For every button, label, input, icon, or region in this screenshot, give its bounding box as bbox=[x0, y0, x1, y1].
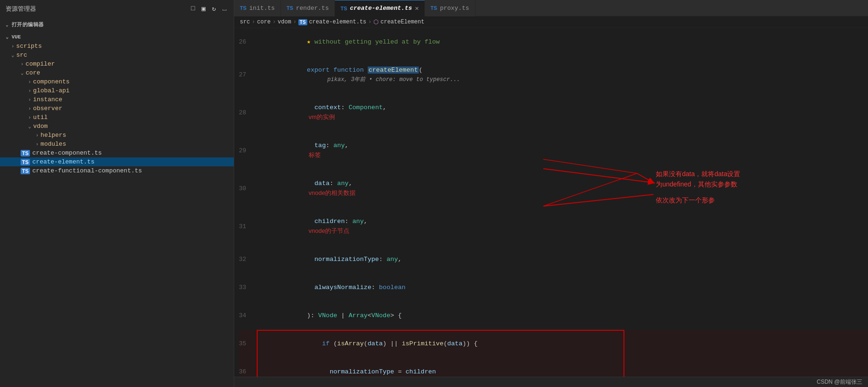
breadcrumb-src: src bbox=[240, 19, 250, 25]
ts-icon: TS bbox=[21, 159, 30, 165]
chevron-down-icon: ⌄ bbox=[21, 70, 24, 76]
sidebar-header-icons: □ ▣ ↻ ⎵ bbox=[189, 4, 228, 14]
chevron-right-icon: › bbox=[28, 115, 31, 120]
sidebar-item-create-element[interactable]: TS create-element.ts bbox=[0, 157, 234, 166]
new-folder-icon[interactable]: ▣ bbox=[200, 4, 207, 14]
breadcrumb-sep: › bbox=[368, 19, 371, 25]
breadcrumb: src › core › vdom › TS create-element.ts… bbox=[234, 16, 868, 28]
chevron-down-icon: ⌄ bbox=[11, 52, 15, 58]
sidebar-title: 资源管理器 bbox=[6, 5, 36, 13]
sidebar-header: 资源管理器 □ ▣ ↻ ⎵ bbox=[0, 0, 234, 17]
ts-icon: TS bbox=[21, 168, 30, 174]
code-line-36: 36 normalizationType = children bbox=[239, 358, 868, 377]
code-line-33: 33 alwaysNormalize: boolean bbox=[239, 274, 868, 302]
tab-label-render: render.ts bbox=[296, 5, 329, 12]
chevron-right-icon: › bbox=[36, 133, 39, 138]
sidebar-item-scripts[interactable]: › scripts bbox=[0, 42, 234, 51]
code-line-27: 27 export function createElement( pikax,… bbox=[239, 56, 868, 94]
chevron-right-icon: › bbox=[28, 106, 31, 112]
breadcrumb-file: create-element.ts bbox=[309, 19, 366, 25]
tab-create-element[interactable]: TS create-element.ts ✕ bbox=[335, 0, 425, 16]
chevron-down-icon: ⌄ bbox=[6, 34, 9, 40]
ts-badge: TS bbox=[240, 5, 246, 11]
tab-label-init: init.ts bbox=[249, 5, 275, 12]
code-line-34: 34 ): VNode | Array<VNode> { bbox=[239, 302, 868, 330]
sidebar-item-compiler[interactable]: › compiler bbox=[0, 60, 234, 68]
breadcrumb-vdom: vdom bbox=[278, 19, 291, 25]
code-lines: 26 ★ without getting yelled at by flow 2… bbox=[234, 28, 868, 377]
code-line-29: 29 tag: any, 标签 bbox=[239, 132, 868, 170]
ts-icon: TS bbox=[21, 150, 30, 156]
sidebar-item-observer[interactable]: › observer bbox=[0, 104, 234, 113]
code-line-31: 31 children: any, vnode的子节点 bbox=[239, 208, 868, 246]
open-editors-section: ⌄ 打开的编辑器 bbox=[0, 17, 234, 32]
sidebar-item-instance[interactable]: › instance bbox=[0, 95, 234, 104]
sidebar-item-core[interactable]: ⌄ core bbox=[0, 68, 234, 77]
sidebar-item-helpers[interactable]: › helpers bbox=[0, 131, 234, 140]
tab-label-create-element: create-element.ts bbox=[350, 5, 412, 12]
close-icon[interactable]: ✕ bbox=[415, 5, 419, 12]
chevron-right-icon: › bbox=[28, 79, 31, 85]
new-file-icon[interactable]: □ bbox=[189, 4, 197, 14]
ts-badge: TS bbox=[430, 5, 437, 11]
ts-badge: TS bbox=[341, 6, 347, 11]
code-line-32: 32 normalizationType: any, bbox=[239, 246, 868, 274]
bottom-bar: CSDN @前端张三 bbox=[234, 377, 868, 387]
tab-render[interactable]: TS render.ts bbox=[281, 0, 335, 16]
sidebar-item-create-component[interactable]: TS create-component.ts bbox=[0, 149, 234, 157]
code-content: 26 ★ without getting yelled at by flow 2… bbox=[234, 28, 868, 377]
chevron-right-icon: › bbox=[36, 141, 39, 147]
tab-init[interactable]: TS init.ts bbox=[234, 0, 281, 16]
sidebar: 资源管理器 □ ▣ ↻ ⎵ ⌄ 打开的编辑器 ⌄ VUE › scripts ⌄… bbox=[0, 0, 234, 387]
code-line-30: 30 data: any, vnode的相关数据 bbox=[239, 170, 868, 208]
open-editors-label: ⌄ 打开的编辑器 bbox=[0, 19, 234, 30]
breadcrumb-core: core bbox=[257, 19, 271, 25]
chevron-right-icon: › bbox=[28, 97, 31, 103]
code-line-35: 35 if (isArray(data) || isPrimitive(data… bbox=[239, 330, 868, 358]
sidebar-item-util[interactable]: › util bbox=[0, 113, 234, 122]
sidebar-item-vdom[interactable]: ⌄ vdom bbox=[0, 122, 234, 131]
vue-tree-section: ⌄ VUE › scripts ⌄ src › compiler ⌄ core … bbox=[0, 32, 234, 387]
code-line-26: 26 ★ without getting yelled at by flow bbox=[239, 28, 868, 56]
component-icon: ⬡ bbox=[373, 18, 378, 26]
refresh-icon[interactable]: ↻ bbox=[210, 4, 218, 14]
tab-proxy[interactable]: TS proxy.ts bbox=[425, 0, 475, 16]
chevron-right-icon: › bbox=[28, 88, 31, 94]
code-area[interactable]: 26 ★ without getting yelled at by flow 2… bbox=[234, 28, 868, 387]
chevron-right-icon: › bbox=[21, 61, 24, 67]
sidebar-item-src[interactable]: ⌄ src bbox=[0, 51, 234, 60]
breadcrumb-fn: createElement bbox=[380, 19, 424, 25]
sidebar-item-create-functional[interactable]: TS create-functional-component.ts bbox=[0, 166, 234, 175]
sidebar-item-components[interactable]: › components bbox=[0, 77, 234, 86]
tabs-bar: TS init.ts TS render.ts TS create-elemen… bbox=[234, 0, 868, 16]
tab-label-proxy: proxy.ts bbox=[440, 5, 469, 12]
code-line-28: 28 context: Component, vm的实例 bbox=[239, 94, 868, 132]
chevron-right-icon: › bbox=[11, 44, 15, 49]
breadcrumb-sep: › bbox=[273, 19, 276, 25]
main-area: TS init.ts TS render.ts TS create-elemen… bbox=[234, 0, 868, 387]
chevron-down-icon: ⌄ bbox=[6, 22, 9, 28]
breadcrumb-sep: › bbox=[293, 19, 297, 25]
sidebar-item-modules[interactable]: › modules bbox=[0, 140, 234, 149]
attribution: CSDN @前端张三 bbox=[816, 378, 862, 386]
ts-icon: TS bbox=[298, 19, 307, 25]
breadcrumb-sep: › bbox=[252, 19, 255, 25]
ts-badge: TS bbox=[287, 5, 293, 11]
vue-section-header[interactable]: ⌄ VUE bbox=[0, 32, 234, 42]
chevron-down-icon: ⌄ bbox=[28, 123, 31, 129]
sidebar-item-global-api[interactable]: › global-api bbox=[0, 86, 234, 95]
collapse-icon[interactable]: ⎵ bbox=[221, 4, 228, 14]
